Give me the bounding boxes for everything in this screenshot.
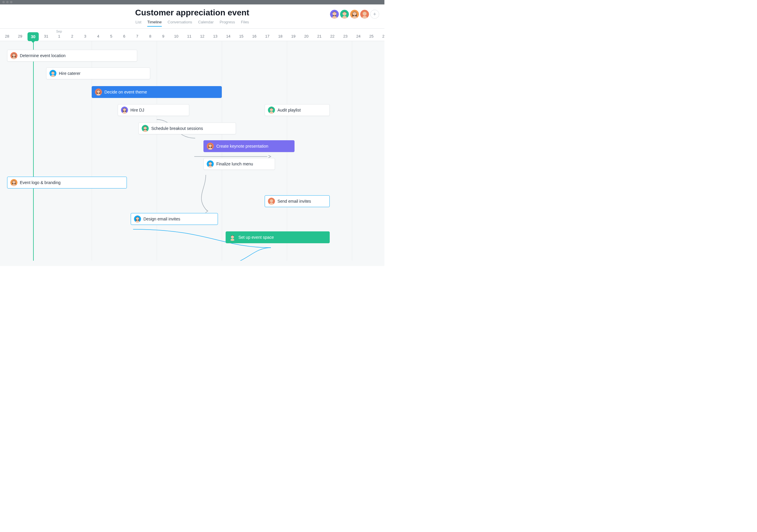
task-label: Event logo & branding [20, 180, 61, 185]
day-label: 15 [239, 34, 243, 39]
day-label: 26 [382, 34, 384, 39]
day-label: 16 [252, 34, 257, 39]
task-label: Finalize lunch menu [216, 162, 253, 166]
assignee-avatar [142, 125, 149, 132]
assignee-avatar [134, 215, 141, 223]
project-members: + [330, 10, 379, 19]
day-label: 18 [278, 34, 283, 39]
month-label: Sep [56, 30, 62, 33]
day-label: 21 [317, 34, 321, 39]
day-label: 1 [58, 34, 60, 39]
task-label: Decide on event theme [105, 90, 147, 94]
tab-timeline[interactable]: Timeline [147, 20, 162, 27]
task-label: Schedule breakout sessions [151, 126, 203, 131]
app-window: Customer appreciation event ListTimeline… [0, 0, 384, 266]
task-keynote[interactable]: Create keynote presentation [203, 140, 294, 152]
day-label: 29 [18, 34, 22, 39]
day-label: 3 [84, 34, 86, 39]
task-design-invites[interactable]: Design email invites [131, 213, 218, 225]
day-label: 7 [136, 34, 138, 39]
task-label: Create keynote presentation [216, 144, 268, 148]
day-label: 24 [356, 34, 360, 39]
day-label: 31 [44, 34, 48, 39]
day-label: 17 [265, 34, 269, 39]
today-line [33, 41, 34, 261]
day-label: 20 [304, 34, 308, 39]
assignee-avatar [268, 198, 275, 205]
tab-calendar[interactable]: Calendar [198, 20, 214, 27]
assignee-avatar [121, 107, 128, 113]
task-logo-branding[interactable]: Event logo & branding [7, 177, 127, 188]
task-lunch-menu[interactable]: Finalize lunch menu [203, 158, 275, 170]
assignee-avatar [10, 52, 17, 59]
task-send-invites[interactable]: Send email invites [265, 195, 330, 207]
day-label: 11 [187, 34, 191, 39]
task-label: Send email invites [277, 199, 311, 203]
task-decide-theme[interactable]: Decide on event theme [92, 86, 222, 98]
window-topbar [0, 0, 384, 4]
assignee-avatar [49, 70, 56, 77]
grid-line [157, 41, 157, 261]
day-label: 4 [97, 34, 99, 39]
grid-line [352, 41, 352, 261]
day-label: 14 [226, 34, 230, 39]
task-determine-location[interactable]: Determine event location [7, 50, 137, 62]
day-label: 22 [330, 34, 334, 39]
member-avatar[interactable] [340, 10, 349, 19]
day-label: 10 [174, 34, 178, 39]
day-label: 8 [149, 34, 151, 39]
task-label: Set up event space [238, 235, 274, 240]
task-label: Design email invites [143, 217, 180, 221]
timeline-canvas[interactable]: Determine event locationHire catererDeci… [0, 41, 384, 261]
member-avatar[interactable] [360, 10, 369, 19]
tab-progress[interactable]: Progress [220, 20, 235, 27]
day-label: 12 [200, 34, 204, 39]
assignee-avatar [268, 107, 275, 113]
task-hire-caterer[interactable]: Hire caterer [46, 68, 150, 79]
today-marker[interactable]: 30 [27, 32, 39, 41]
day-label: 13 [213, 34, 217, 39]
task-label: Determine event location [20, 53, 66, 58]
add-member-button[interactable]: + [370, 10, 379, 19]
date-ruler: Sep2829303112345678910111213141516171819… [0, 29, 384, 41]
assignee-avatar [95, 88, 102, 96]
task-label: Hire DJ [131, 108, 144, 112]
task-hire-dj[interactable]: Hire DJ [118, 104, 189, 116]
day-label: 28 [5, 34, 9, 39]
assignee-avatar [207, 160, 214, 168]
tab-conversations[interactable]: Conversations [168, 20, 192, 27]
task-schedule-breakout[interactable]: Schedule breakout sessions [138, 122, 236, 134]
view-tabs: ListTimelineConversationsCalendarProgres… [0, 20, 384, 28]
task-label: Audit playlist [277, 108, 301, 112]
tab-list[interactable]: List [136, 20, 141, 27]
task-label: Hire caterer [59, 71, 80, 76]
assignee-avatar [10, 179, 17, 186]
project-title: Customer appreciation event [0, 8, 384, 17]
day-label: 9 [162, 34, 164, 39]
assignee-avatar [229, 234, 236, 241]
day-label: 5 [110, 34, 112, 39]
member-avatar[interactable] [330, 10, 339, 19]
tab-files[interactable]: Files [241, 20, 249, 27]
day-label: 2 [71, 34, 73, 39]
day-label: 25 [369, 34, 374, 39]
task-setup-space[interactable]: Set up event space [226, 232, 330, 243]
day-label: 6 [123, 34, 125, 39]
day-label: 23 [343, 34, 348, 39]
day-label: 19 [291, 34, 295, 39]
assignee-avatar [207, 142, 214, 150]
member-avatar[interactable] [350, 10, 359, 19]
task-audit-playlist[interactable]: Audit playlist [265, 104, 330, 116]
project-header: Customer appreciation event ListTimeline… [0, 4, 384, 29]
traffic-lights [2, 1, 13, 3]
